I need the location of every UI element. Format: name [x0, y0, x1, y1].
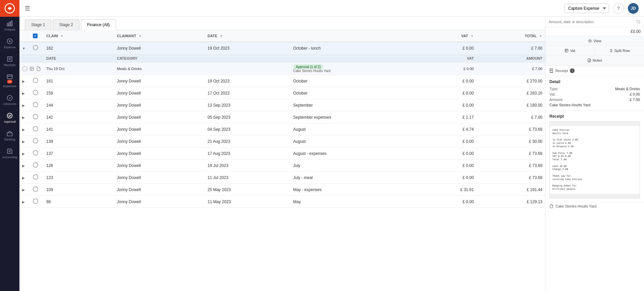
col-total-header[interactable]: TOTAL ▼ [476, 30, 545, 42]
expand-icon[interactable]: ▶ [22, 176, 25, 180]
desc-cell: August [290, 123, 420, 135]
check-cell[interactable] [30, 148, 44, 160]
help-icon[interactable]: ? [613, 3, 624, 14]
tab-stage1[interactable]: Stage 1 [25, 19, 51, 30]
table-row[interactable]: ▶ 142 Jonny Dowell 05 Sep 2023 September… [19, 111, 545, 123]
expand-cell[interactable]: ▶ [19, 111, 30, 123]
sidebar-item-approval[interactable]: Approval [0, 109, 19, 127]
sub-row[interactable]: Thu 19 Oct Meals & Drinks Approval (1 of… [19, 63, 545, 75]
vat-icon [565, 49, 569, 53]
desc-cell: September expenses [290, 111, 420, 123]
app-logo[interactable] [0, 0, 19, 17]
expand-icon[interactable]: ▶ [22, 92, 25, 95]
receipt-image[interactable]: Cake StoriesHoults Yard 1x Flat white 2.… [549, 121, 640, 198]
check-cell[interactable] [30, 99, 44, 111]
expand-cell[interactable]: ▶ [19, 75, 30, 87]
col-claimant-header[interactable]: CLAIMANT ▼ [114, 30, 205, 42]
expand-cell[interactable]: ▶ [19, 196, 30, 208]
table-row[interactable]: ▶ 161 Jonny Dowell 19 Oct 2023 October £… [19, 75, 545, 87]
collapse-icon[interactable]: ▼ [22, 47, 25, 50]
check-cell[interactable] [30, 111, 44, 123]
expand-cell[interactable]: ▶ [19, 148, 30, 160]
expand-cell[interactable]: ▶ [19, 172, 30, 184]
table-row[interactable]: ▶ 159 Jonny Dowell 17 Oct 2023 October £… [19, 87, 545, 99]
notes-button[interactable]: Notes [545, 56, 644, 65]
check-cell[interactable] [30, 172, 44, 184]
table-row[interactable]: ▶ 109 Jonny Dowell 25 May 2023 May - exp… [19, 184, 545, 196]
table-row[interactable]: ▶ 137 Jonny Dowell 17 Aug 2023 August - … [19, 148, 545, 160]
check-cell[interactable] [30, 75, 44, 87]
table-row[interactable]: ▶ 98 Jonny Dowell 11 May 2023 May £ 0.00… [19, 196, 545, 208]
panel-buttons: View Vat Split Row [545, 36, 644, 66]
col-vat-header[interactable]: VAT ▼ [420, 30, 477, 42]
sidebar-item-expenses[interactable]: 28 Expenses [0, 70, 19, 91]
user-avatar[interactable]: JD [628, 3, 639, 14]
sidebar-item-analysis[interactable]: Analysis [0, 17, 19, 35]
expand-cell[interactable]: ▶ [19, 160, 30, 172]
claimant-filter-icon[interactable]: ▼ [139, 34, 142, 38]
hamburger-menu[interactable]: ☰ [25, 5, 30, 12]
sidebar-item-banking[interactable]: Banking [0, 127, 19, 144]
expand-cell[interactable]: ▶ [19, 99, 30, 111]
capture-expense-select[interactable]: Capture Expense [565, 4, 609, 13]
sidebar-item-accounting[interactable]: Accounting [0, 144, 19, 162]
sidebar-item-receipts[interactable]: Receipts [0, 52, 19, 70]
table-row[interactable]: ▶ 144 Jonny Dowell 13 Sep 2023 September… [19, 99, 545, 111]
tab-finance[interactable]: Finance (All) [81, 19, 116, 30]
col-claim-header[interactable]: CLAIM ▼ [44, 30, 114, 42]
check-cell[interactable] [30, 123, 44, 135]
table-row[interactable]: ▶ 128 Jonny Dowell 19 Jul 2023 July £ 0.… [19, 160, 545, 172]
check-cell[interactable] [30, 196, 44, 208]
claimant-cell: Jonny Dowell [114, 87, 205, 99]
receipt-info-icon[interactable]: i [570, 68, 575, 73]
expand-icon[interactable]: ▶ [22, 188, 25, 192]
table-row[interactable]: ▼ 162 Jonny Dowell 19 Oct 2023 October -… [19, 42, 545, 54]
claim-cell: 161 [44, 75, 114, 87]
expand-icon[interactable]: ▶ [22, 140, 25, 143]
expand-icon[interactable]: ▶ [22, 164, 25, 168]
check-cell[interactable] [30, 42, 44, 54]
check-cell[interactable] [30, 87, 44, 99]
expand-icon[interactable]: ▶ [22, 152, 25, 156]
sidebar-item-expense[interactable]: Expense [0, 35, 19, 52]
table-row[interactable]: ▶ 139 Jonny Dowell 21 Aug 2023 August £ … [19, 135, 545, 148]
date-cell: 25 May 2023 [205, 184, 290, 196]
sidebar-label-expenses: Expenses [3, 84, 16, 88]
expand-cell[interactable]: ▶ [19, 135, 30, 148]
status-circle [33, 174, 38, 180]
table-row[interactable]: ▶ 141 Jonny Dowell 04 Sep 2023 August £ … [19, 123, 545, 135]
status-circle [33, 138, 38, 143]
receipt-icon [549, 68, 553, 73]
sidebar-item-advances[interactable]: Advances [0, 91, 19, 109]
expand-icon[interactable]: ▶ [22, 200, 25, 204]
vat-cell: £ 0.00 [420, 42, 477, 54]
expand-cell[interactable]: ▶ [19, 123, 30, 135]
vat-filter-icon[interactable]: ▼ [471, 34, 474, 38]
expand-icon[interactable]: ▶ [22, 79, 25, 83]
sidebar-label-approval: Approval [4, 120, 16, 123]
expand-icon[interactable]: ▶ [22, 128, 25, 131]
expand-icon[interactable]: ▶ [22, 104, 25, 107]
search-input[interactable] [549, 20, 634, 24]
sidebar: Analysis Expense Receipts 28 Expenses Ad… [0, 0, 19, 291]
vat-button[interactable]: Vat [545, 46, 595, 55]
date-cell: 04 Sep 2023 [205, 123, 290, 135]
claim-filter-icon[interactable]: ▼ [60, 34, 64, 38]
check-cell[interactable] [30, 135, 44, 148]
sub-date: Thu 19 Oct [44, 63, 114, 75]
tab-stage2[interactable]: Stage 2 [53, 19, 79, 30]
check-cell[interactable] [30, 160, 44, 172]
expand-cell[interactable]: ▶ [19, 87, 30, 99]
check-cell[interactable] [30, 184, 44, 196]
view-button[interactable]: View [545, 36, 644, 46]
date-filter-icon[interactable]: ▼ [220, 34, 223, 38]
date-cell: 19 Oct 2023 [205, 42, 290, 54]
expand-icon[interactable]: ▶ [22, 116, 25, 119]
total-filter-icon[interactable]: ▼ [539, 34, 542, 38]
split-row-button[interactable]: Split Row [595, 46, 644, 55]
col-date-header[interactable]: DATE ▼ [205, 30, 290, 42]
select-all-checkbox[interactable]: ✓ [33, 34, 38, 38]
expand-cell[interactable]: ▼ [19, 42, 30, 54]
expand-cell[interactable]: ▶ [19, 184, 30, 196]
table-row[interactable]: ▶ 123 Jonny Dowell 11 Jul 2023 July - me… [19, 172, 545, 184]
